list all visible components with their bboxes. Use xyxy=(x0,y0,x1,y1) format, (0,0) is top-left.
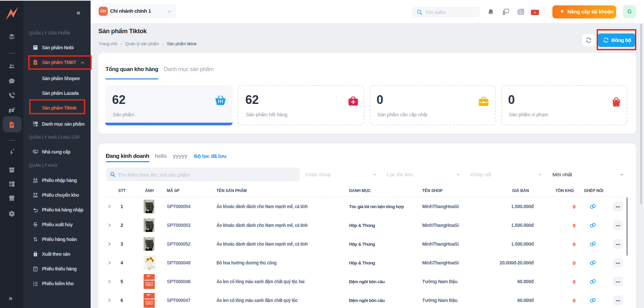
svg-text:LUNAR NEW: LUNAR NEW xyxy=(144,298,155,300)
svg-text:2024: 2024 xyxy=(147,302,152,304)
svg-text:LUNAR NEW: LUNAR NEW xyxy=(144,279,155,281)
svg-text:2024: 2024 xyxy=(147,283,152,285)
